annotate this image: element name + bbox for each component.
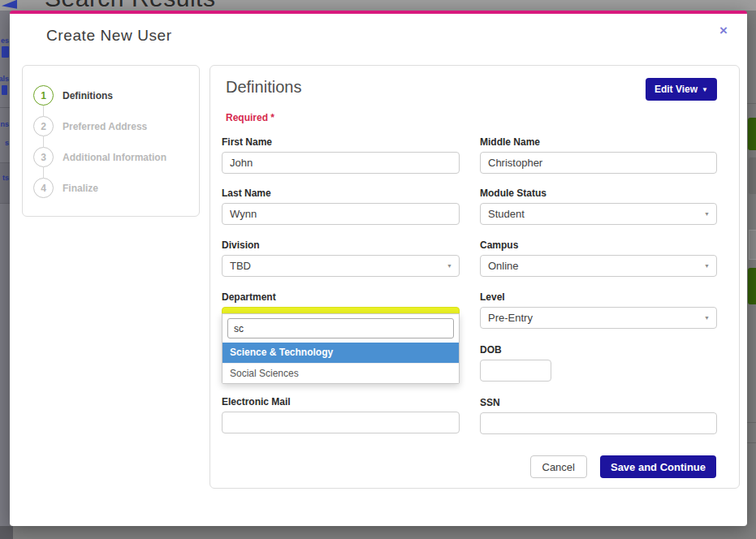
create-new-user-modal: Create New User × 1 Definitions 2 Prefer… <box>10 11 747 526</box>
step-additional-information[interactable]: 3 Additional Information <box>33 147 199 167</box>
field-division: Division TBD ▼ <box>222 239 460 277</box>
dob-label: DOB <box>480 344 551 356</box>
background-status-badge <box>748 268 756 304</box>
close-icon[interactable]: × <box>719 24 728 37</box>
chevron-down-icon: ▼ <box>704 256 710 277</box>
save-and-continue-button[interactable]: Save and Continue <box>600 455 716 478</box>
step-connector <box>43 106 44 116</box>
sidebar-fragment: ns <box>0 120 9 128</box>
campus-select[interactable]: Online ▼ <box>480 255 717 277</box>
background-status-badge <box>748 157 756 195</box>
field-middle-name: Middle Name <box>480 136 717 174</box>
panel-footer: Cancel Save and Continue <box>530 455 717 478</box>
division-label: Division <box>222 239 460 251</box>
department-option-social-sciences[interactable]: Social Sciences <box>222 363 459 383</box>
sidebar-section <box>0 162 10 203</box>
sidebar-fragment: es <box>1 37 9 45</box>
background-sidebar: es als ns s ts <box>0 11 10 526</box>
step-label: Finalize <box>63 183 98 194</box>
level-label: Level <box>480 291 717 303</box>
step-number: 4 <box>33 178 54 198</box>
field-ssn: SSN <box>480 397 717 434</box>
step-label: Additional Information <box>63 152 166 163</box>
chevron-down-icon: ▼ <box>704 308 710 329</box>
sidebar-divider <box>0 107 10 108</box>
ssn-label: SSN <box>480 397 717 408</box>
middle-name-input[interactable] <box>480 152 717 174</box>
field-electronic-mail: Electronic Mail <box>222 396 460 433</box>
sidebar-fragment: s <box>5 139 9 147</box>
last-name-input[interactable] <box>222 203 460 225</box>
division-select[interactable]: TBD ▼ <box>222 255 460 277</box>
step-connector <box>43 167 44 178</box>
background-divider <box>747 422 756 423</box>
edit-view-button[interactable]: Edit View▼ <box>646 78 717 101</box>
step-preferred-address[interactable]: 2 Preferred Address <box>33 116 199 136</box>
background-divider <box>747 442 756 443</box>
field-level: Level Pre-Entry ▼ <box>480 291 717 329</box>
department-label: Department <box>222 291 460 303</box>
sidebar-fragment: als <box>0 75 9 83</box>
panel-heading: Definitions <box>226 78 301 97</box>
last-name-label: Last Name <box>222 188 460 199</box>
step-finalize[interactable]: 4 Finalize <box>33 178 199 198</box>
sidebar-fragment: ts <box>2 174 9 182</box>
field-department: Department To Be Determined ▲ Science & … <box>222 291 460 329</box>
department-option-science-technology[interactable]: Science & Technology <box>222 343 459 363</box>
step-number: 1 <box>33 85 54 106</box>
dob-input[interactable] <box>480 360 551 382</box>
step-definitions[interactable]: 1 Definitions <box>33 85 199 106</box>
ssn-input[interactable] <box>480 412 717 434</box>
sidebar-divider <box>0 162 10 163</box>
module-status-label: Module Status <box>480 188 717 199</box>
module-status-select[interactable]: Student ▼ <box>480 203 717 225</box>
chevron-down-icon: ▼ <box>704 204 710 225</box>
chevron-down-icon: ▼ <box>702 86 708 93</box>
step-connector <box>43 136 44 147</box>
field-first-name: First Name <box>222 136 460 174</box>
sidebar-icon <box>2 85 7 95</box>
step-label: Preferred Address <box>63 121 147 132</box>
field-last-name: Last Name <box>222 188 460 225</box>
background-right-edge <box>747 11 756 526</box>
chevron-down-icon: ▼ <box>447 256 452 277</box>
background-page-title: Search Results <box>45 0 215 11</box>
sidebar-divider <box>0 203 10 204</box>
field-dob: DOB <box>480 344 551 382</box>
background-card-fragment <box>749 230 756 260</box>
background-page-header: Search Results <box>0 0 756 11</box>
first-name-input[interactable] <box>222 152 460 174</box>
required-note: Required * <box>226 112 274 123</box>
sidebar-icon <box>2 46 9 58</box>
level-select[interactable]: Pre-Entry ▼ <box>480 307 717 329</box>
step-label: Definitions <box>63 90 113 101</box>
step-number: 3 <box>33 147 54 167</box>
field-campus: Campus Online ▼ <box>480 239 717 277</box>
modal-title: Create New User <box>46 27 172 45</box>
department-dropdown: Science & Technology Social Sciences <box>222 313 460 384</box>
step-number: 2 <box>33 116 54 136</box>
middle-name-label: Middle Name <box>480 136 717 148</box>
electronic-mail-label: Electronic Mail <box>222 396 460 407</box>
campus-label: Campus <box>480 239 717 251</box>
cancel-button[interactable]: Cancel <box>530 455 587 478</box>
electronic-mail-input[interactable] <box>222 412 460 433</box>
definitions-panel: Definitions Edit View▼ Required * First … <box>210 65 740 489</box>
background-divider <box>747 103 756 104</box>
background-status-badge <box>748 118 756 150</box>
first-name-label: First Name <box>222 136 460 148</box>
field-module-status: Module Status Student ▼ <box>480 188 717 225</box>
department-search-input[interactable] <box>227 318 454 338</box>
wizard-steps: 1 Definitions 2 Preferred Address 3 Addi… <box>22 65 200 217</box>
background-corner <box>0 526 13 539</box>
